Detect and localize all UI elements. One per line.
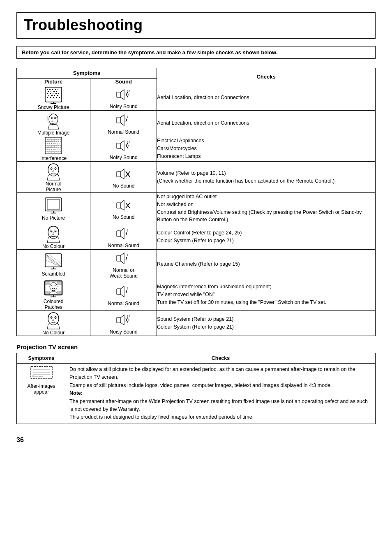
- svg-rect-9: [56, 91, 57, 92]
- row-1-picture-label: Multiple Image: [17, 130, 90, 136]
- svg-point-56: [51, 169, 52, 169]
- svg-point-91: [51, 285, 52, 286]
- row-6-checks: Retune Channels (Refer to page 15): [157, 250, 376, 279]
- svg-rect-21: [53, 97, 54, 98]
- svg-marker-108: [121, 315, 124, 325]
- projection-table: Symptoms Checks Panasonic After-imagesap…: [16, 353, 376, 424]
- svg-rect-58: [117, 171, 121, 177]
- proj-row-label: After-imagesappear: [27, 383, 55, 395]
- row-3-checks: Volume (Refer to page 10, 11)(Check whet…: [157, 162, 376, 193]
- svg-marker-76: [121, 228, 124, 239]
- row-5-picture: No Colour: [17, 224, 90, 250]
- svg-text:♪: ♪: [127, 228, 129, 232]
- page-number: 36: [16, 436, 376, 444]
- row-7-picture-label: ColouredPatches: [17, 299, 90, 310]
- row-3-sound-label: No Sound: [90, 183, 157, 189]
- svg-marker-59: [121, 169, 124, 179]
- row-8-picture: No Colour: [17, 311, 90, 336]
- svg-point-30: [49, 114, 58, 125]
- row-4-picture-label: No Picture: [17, 215, 90, 221]
- row-8-sound: ♪♪ Noisy Sound: [90, 311, 157, 336]
- svg-rect-5: [58, 89, 58, 90]
- row-6-sound: ♪ Normal orWeak Sound: [90, 250, 157, 279]
- row-3-picture: NormalPicture: [17, 162, 90, 193]
- proj-row-0-checks: Do not allow a still picture to be displ…: [66, 364, 376, 424]
- svg-rect-35: [117, 117, 121, 123]
- row-0-sound-label: Noisy Sound: [90, 104, 157, 109]
- row-7-sound: ♪ Normal Sound: [90, 279, 157, 311]
- svg-rect-66: [117, 203, 121, 208]
- row-5-sound-label: Normal Sound: [90, 243, 157, 248]
- row-6-picture-label: Scrambled: [17, 271, 90, 277]
- svg-point-90: [50, 283, 57, 291]
- svg-text:♪: ♪: [127, 114, 129, 119]
- svg-rect-15: [48, 95, 49, 96]
- row-4-checks: Not plugged into AC outletNot switched o…: [157, 193, 376, 224]
- row-7-picture: ColouredPatches: [17, 279, 90, 311]
- row-4-picture: No Picture: [17, 193, 90, 224]
- svg-rect-62: [45, 198, 62, 211]
- svg-text:♪: ♪: [127, 286, 129, 290]
- row-6-picture: Scrambled: [17, 250, 90, 279]
- row-1-sound: ♪ Normal Sound: [90, 111, 157, 136]
- svg-marker-27: [121, 90, 124, 100]
- svg-rect-12: [53, 93, 53, 94]
- svg-marker-67: [121, 200, 124, 210]
- header-checks: Checks: [157, 68, 376, 85]
- svg-rect-1: [47, 89, 48, 90]
- svg-rect-10: [47, 93, 48, 94]
- svg-rect-63: [47, 199, 60, 209]
- row-6-sound-label: Normal orWeak Sound: [90, 267, 157, 279]
- row-2-picture-label: Interference: [17, 155, 90, 161]
- row-1-sound-label: Normal Sound: [90, 129, 157, 135]
- svg-rect-75: [117, 231, 121, 236]
- svg-text:♪♪: ♪♪: [127, 88, 130, 93]
- svg-rect-8: [53, 91, 55, 92]
- svg-line-79: [45, 254, 62, 267]
- row-4-sound: No Sound: [90, 193, 157, 224]
- svg-rect-20: [50, 97, 51, 98]
- svg-text:Panasonic: Panasonic: [32, 375, 44, 378]
- svg-text:♪♪: ♪♪: [127, 314, 130, 318]
- row-4-sound-label: No Sound: [90, 214, 157, 220]
- intro-box: Before you call for service, determine t…: [16, 46, 376, 59]
- svg-point-105: [51, 317, 52, 318]
- svg-rect-93: [45, 281, 50, 285]
- proj-header-checks: Checks: [66, 353, 376, 364]
- main-table: Symptoms Checks Picture Sound: [16, 68, 376, 336]
- svg-rect-6: [48, 91, 49, 92]
- title-box: Troubleshooting: [16, 12, 376, 39]
- proj-row-0-symptoms: Panasonic After-imagesappear: [17, 364, 66, 424]
- svg-text:♪: ♪: [127, 253, 129, 257]
- svg-rect-7: [51, 91, 51, 92]
- svg-marker-51: [121, 141, 124, 151]
- svg-rect-50: [117, 143, 121, 148]
- svg-line-80: [45, 257, 62, 267]
- svg-rect-95: [45, 291, 50, 295]
- svg-marker-100: [121, 286, 124, 297]
- svg-point-106: [55, 317, 56, 318]
- row-2-sound: ♪♪ Noisy Sound: [90, 136, 157, 162]
- svg-point-34: [55, 118, 55, 119]
- row-7-checks: Magnetic interference from unshielded eq…: [157, 279, 376, 311]
- svg-rect-18: [57, 95, 58, 96]
- svg-rect-26: [117, 92, 121, 97]
- row-8-checks: Sound System (Refer to page 21)Colour Sy…: [157, 311, 376, 336]
- page-title: Troubleshooting: [24, 16, 368, 34]
- svg-rect-17: [54, 95, 55, 96]
- svg-rect-4: [55, 89, 56, 90]
- row-2-picture: Interference: [17, 136, 90, 162]
- svg-rect-99: [117, 289, 121, 294]
- row-2-checks: Electrical AppliancesCars/MotorcyclesFlu…: [157, 136, 376, 162]
- header-symptoms: Symptoms: [17, 68, 157, 78]
- row-5-picture-label: No Colour: [17, 243, 90, 249]
- sub-header-picture: Picture: [17, 79, 90, 85]
- sub-header-sound: Sound: [90, 79, 157, 85]
- row-2-sound-label: Noisy Sound: [90, 155, 157, 160]
- svg-rect-19: [47, 97, 48, 98]
- svg-marker-36: [121, 115, 124, 125]
- svg-rect-3: [52, 89, 53, 90]
- svg-rect-94: [57, 281, 62, 285]
- row-0-sound: ♪♪ Noisy Sound: [90, 85, 157, 111]
- svg-point-73: [51, 231, 52, 232]
